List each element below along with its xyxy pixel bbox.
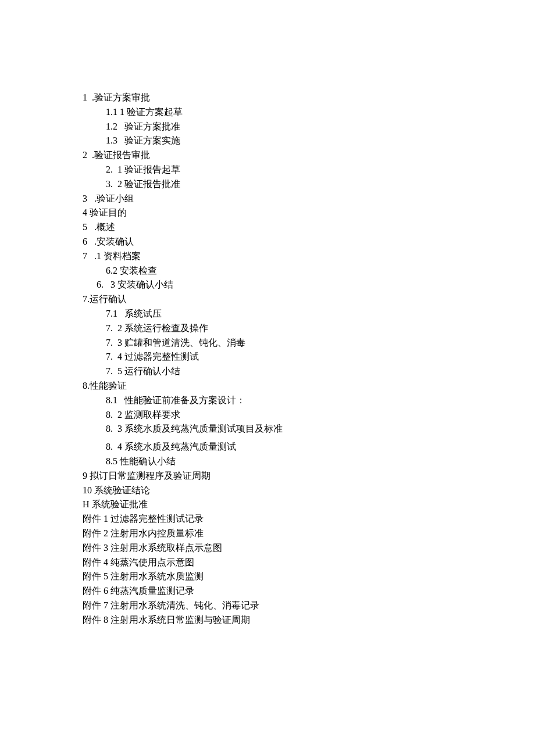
toc-line: 9 拟订日常监测程序及验证周期	[83, 469, 535, 483]
toc-line: 8.5 性能确认小结	[83, 454, 535, 469]
toc-line: 附件 6 纯蒸汽质量监测记录	[83, 584, 535, 599]
toc-line: 8. 3 系统水质及纯蒸汽质量测试项目及标准	[83, 422, 535, 436]
toc-line: 附件 3 注射用水系统取样点示意图	[83, 541, 535, 556]
toc-line: 1.1 1 验证方案起草	[83, 105, 535, 120]
toc-line: 附件 7 注射用水系统清洗、钝化、消毒记录	[83, 599, 535, 613]
toc-line: 10 系统验证结论	[83, 483, 535, 498]
toc-line: 附件 8 注射用水系统日常监测与验证周期	[83, 613, 535, 628]
toc-line: 7.运行确认	[83, 292, 535, 307]
toc-line: 7. 2 系统运行检查及操作	[83, 321, 535, 336]
toc-line: 附件 4 纯蒸汽使用点示意图	[83, 556, 535, 570]
toc-line: 6. 3 安装确认小结	[83, 278, 535, 292]
toc-line: 7. 4 过滤器完整性测试	[83, 350, 535, 364]
toc-line: 1 .验证方案审批	[83, 91, 535, 105]
toc-line: 附件 2 注射用水内控质量标准	[83, 526, 535, 541]
toc-line: 2. 1 验证报告起草	[83, 163, 535, 177]
toc-line: 附件 1 过滤器完整性测试记录	[83, 512, 535, 526]
toc-line: 7. 3 贮罐和管道清洗、钝化、消毒	[83, 336, 535, 350]
toc-line: 8.性能验证	[83, 379, 535, 393]
toc-line: 8.1 性能验证前准备及方案设计：	[83, 393, 535, 408]
toc-line: 7.1 系统试压	[83, 307, 535, 321]
toc-line: 7 .1 资料档案	[83, 249, 535, 264]
toc-line: 3. 2 验证报告批准	[83, 177, 535, 192]
document-body: 1 .验证方案审批1.1 1 验证方案起草1.2 验证方案批准1.3 验证方案实…	[83, 91, 535, 627]
toc-line: 8. 4 系统水质及纯蒸汽质量测试	[83, 440, 535, 454]
toc-line: 6 .安装确认	[83, 235, 535, 249]
toc-line: 5 .概述	[83, 220, 535, 235]
toc-line: 附件 5 注射用水系统水质监测	[83, 569, 535, 584]
toc-line: H 系统验证批准	[83, 497, 535, 512]
toc-line: 2 .验证报告审批	[83, 148, 535, 163]
toc-line: 8. 2 监测取样要求	[83, 408, 535, 422]
toc-line: 6.2 安装检查	[83, 264, 535, 278]
toc-line: 1.2 验证方案批准	[83, 120, 535, 134]
toc-line: 4 验证目的	[83, 206, 535, 220]
toc-line: 7. 5 运行确认小结	[83, 364, 535, 379]
toc-line: 3 .验证小组	[83, 192, 535, 206]
toc-line: 1.3 验证方案实施	[83, 134, 535, 148]
